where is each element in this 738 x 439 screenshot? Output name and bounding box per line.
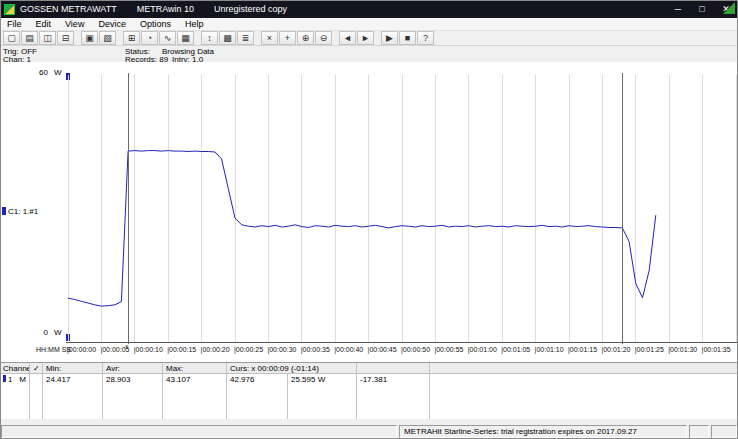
statusbar-panel-small xyxy=(689,425,709,438)
cursor-1-icon[interactable]: × xyxy=(261,31,278,45)
copy-icon[interactable]: ▣ xyxy=(81,31,98,45)
x-tick-label: |00:01:30 xyxy=(668,346,697,353)
menu-view[interactable]: View xyxy=(58,19,91,29)
cell-min: 24.417 xyxy=(43,374,103,385)
chart-plot[interactable] xyxy=(66,73,738,344)
zoom-out-icon[interactable]: ⊖ xyxy=(315,31,332,45)
chart-area: 60 W 0 W C1: 1.#1 HH:MM SS |00:00:00|00:… xyxy=(0,62,738,362)
y-axis-unit-top: W xyxy=(54,68,62,77)
title-license-note: Unregistered copy xyxy=(214,4,287,14)
help-icon[interactable]: ? xyxy=(417,31,434,45)
digital-display-icon[interactable]: ⊞ xyxy=(123,31,140,45)
legend-icon[interactable]: ≣ xyxy=(237,31,254,45)
status-panel: Trig: OFF Chan: 1 Status: Browsing Data … xyxy=(0,46,738,62)
header-avr: Avr: xyxy=(103,363,163,373)
x-tick-label: |00:00:55 xyxy=(434,346,463,353)
header-min: Min: xyxy=(43,363,103,373)
power-trace-line xyxy=(68,151,656,307)
header-cursors: Curs: x 00:00:09 (-01:14) xyxy=(227,363,357,373)
header-spare xyxy=(430,363,738,373)
start-measure-icon[interactable]: ▶ xyxy=(381,31,398,45)
menu-file[interactable]: File xyxy=(0,19,29,29)
x-tick-label: |00:00:20 xyxy=(201,346,230,353)
device-send-icon[interactable]: ► xyxy=(357,31,374,45)
cell-avr: 28.903 xyxy=(103,374,163,385)
menu-edit[interactable]: Edit xyxy=(29,19,59,29)
x-tick-label: |00:00:15 xyxy=(167,346,196,353)
status-bar: METRAHit Starline-Series: trial registra… xyxy=(1,424,737,438)
cell-cursor2-value: 25.595 W xyxy=(288,374,357,385)
new-icon[interactable]: ▢ xyxy=(3,31,20,45)
grid-icon[interactable]: ▩ xyxy=(219,31,236,45)
title-app-name: METRAwin 10 xyxy=(137,4,194,14)
header-visible-check[interactable]: ✓ xyxy=(30,363,43,373)
open-icon[interactable]: ▤ xyxy=(21,31,38,45)
header-max: Max: xyxy=(163,363,227,373)
zoom-in-icon[interactable]: ⊕ xyxy=(297,31,314,45)
chart-view-icon[interactable]: ∿ xyxy=(159,31,176,45)
x-tick-label: |00:00:40 xyxy=(334,346,363,353)
maximize-button[interactable]: □ xyxy=(690,0,714,18)
menu-bar: FileEditViewDeviceOptionsHelp xyxy=(0,18,738,31)
x-tick-label: |00:01:00 xyxy=(468,346,497,353)
x-tick-label: |00:00:45 xyxy=(368,346,397,353)
channel-color-marker xyxy=(2,207,6,215)
x-tick-label: |00:01:10 xyxy=(535,346,564,353)
x-axis-labels: |00:00:00|00:00:05|00:00:10|00:00:15|00:… xyxy=(0,346,738,357)
cell-channel: 1 M xyxy=(0,374,30,385)
cell-cursor1-value: 42.976 xyxy=(227,374,288,385)
table-empty-rows xyxy=(0,385,738,419)
x-tick-label: |00:01:25 xyxy=(635,346,664,353)
menu-help[interactable]: Help xyxy=(178,19,211,29)
channel-swatch-icon xyxy=(3,375,6,382)
x-tick-label: |00:00:35 xyxy=(301,346,330,353)
x-tick-label: |00:01:05 xyxy=(501,346,530,353)
scale-icon[interactable]: ↕ xyxy=(201,31,218,45)
statusbar-panel-left xyxy=(1,425,397,438)
cell-max: 43.107 xyxy=(163,374,227,385)
x-tick-label: |00:00:00 xyxy=(67,346,96,353)
header-delta xyxy=(357,363,430,373)
x-tick-label: |00:00:10 xyxy=(134,346,163,353)
x-tick-label: |00:00:25 xyxy=(234,346,263,353)
channel-number: 1 xyxy=(8,375,12,384)
connection-status-triangle-icon xyxy=(723,2,735,14)
export-icon[interactable]: ▧ xyxy=(99,31,116,45)
channel-data-row[interactable]: 1 M 24.417 28.903 43.107 42.976 25.595 W… xyxy=(0,374,738,385)
toolbar: ▢▤◫⊟▣▧⊞◔∿▦↕▩≣×+⊕⊖◄►▶■? xyxy=(0,31,738,46)
app-icon xyxy=(4,4,15,15)
x-tick-label: |00:00:30 xyxy=(267,346,296,353)
minimize-button[interactable]: ─ xyxy=(666,0,690,18)
y-axis-max-label: 60 xyxy=(30,68,48,77)
statusbar-trial-message: METRAHit Starline-Series: trial registra… xyxy=(399,425,687,438)
table-header-row: Channel ✓ Min: Avr: Max: Curs: x 00:00:0… xyxy=(0,363,738,374)
cell-spare xyxy=(430,374,738,385)
title-bar: GOSSEN METRAWATT METRAwin 10 Unregistere… xyxy=(0,0,738,18)
stop-measure-icon[interactable]: ■ xyxy=(399,31,416,45)
statistics-table: Channel ✓ Min: Avr: Max: Curs: x 00:00:0… xyxy=(0,362,738,419)
x-tick-label: |00:01:35 xyxy=(702,346,731,353)
channel-value-label: C1: 1.#1 xyxy=(8,207,38,216)
x-tick-label: |00:00:50 xyxy=(401,346,430,353)
cell-visible-check[interactable] xyxy=(30,374,43,385)
cell-delta: -17.381 xyxy=(357,374,430,385)
print-icon[interactable]: ⊟ xyxy=(57,31,74,45)
analog-display-icon[interactable]: ◔ xyxy=(141,31,158,45)
table-view-icon[interactable]: ▦ xyxy=(177,31,194,45)
header-channel: Channel xyxy=(0,363,30,373)
title-brand: GOSSEN METRAWATT xyxy=(20,4,117,14)
x-tick-label: |00:01:15 xyxy=(568,346,597,353)
menu-device[interactable]: Device xyxy=(91,19,133,29)
x-tick-label: |00:01:20 xyxy=(601,346,630,353)
y-axis-unit-bottom: W xyxy=(54,328,62,337)
device-read-icon[interactable]: ◄ xyxy=(339,31,356,45)
menu-options[interactable]: Options xyxy=(133,19,178,29)
channel-flag: M xyxy=(19,375,26,385)
y-axis-min-label: 0 xyxy=(30,328,48,337)
cursor1-handle[interactable]: x xyxy=(125,343,129,350)
statusbar-panel-right xyxy=(711,425,737,438)
cursor-2-icon[interactable]: + xyxy=(279,31,296,45)
save-icon[interactable]: ◫ xyxy=(39,31,56,45)
